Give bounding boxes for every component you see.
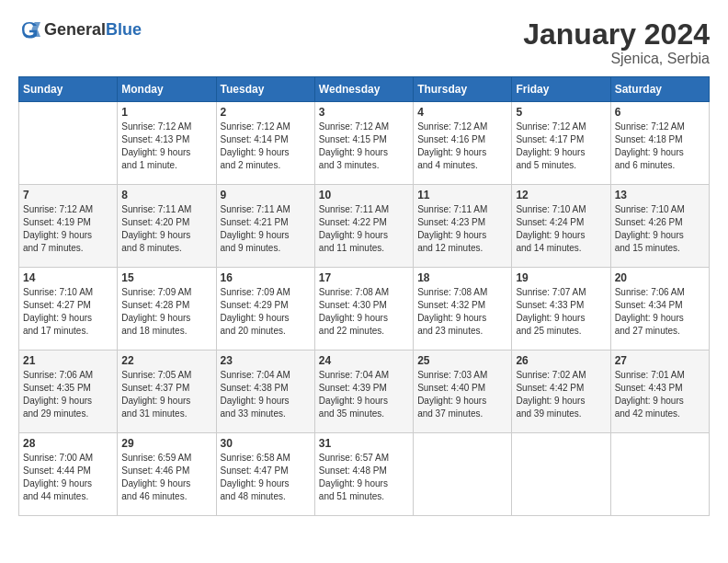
day-number: 18	[417, 271, 507, 284]
cell-content: Sunrise: 7:11 AM Sunset: 4:23 PM Dayligh…	[417, 203, 507, 255]
day-number: 29	[121, 437, 211, 450]
calendar-cell: 26Sunrise: 7:02 AM Sunset: 4:42 PM Dayli…	[512, 350, 610, 433]
day-number: 5	[516, 106, 606, 119]
calendar-cell: 11Sunrise: 7:11 AM Sunset: 4:23 PM Dayli…	[414, 185, 512, 268]
calendar-week-row: 28Sunrise: 7:00 AM Sunset: 4:44 PM Dayli…	[19, 433, 710, 516]
cell-content: Sunrise: 7:10 AM Sunset: 4:26 PM Dayligh…	[615, 203, 705, 255]
cell-content: Sunrise: 7:01 AM Sunset: 4:43 PM Dayligh…	[615, 369, 705, 420]
day-number: 20	[615, 271, 705, 284]
cell-content: Sunrise: 7:04 AM Sunset: 4:38 PM Dayligh…	[221, 369, 311, 420]
cell-content: Sunrise: 7:02 AM Sunset: 4:42 PM Dayligh…	[516, 369, 606, 420]
day-number: 4	[417, 106, 507, 119]
weekday-header: Sunday	[19, 77, 118, 102]
calendar-cell: 18Sunrise: 7:08 AM Sunset: 4:32 PM Dayli…	[414, 268, 512, 350]
calendar-cell: 28Sunrise: 7:00 AM Sunset: 4:44 PM Dayli…	[19, 433, 118, 516]
calendar-cell: 8Sunrise: 7:11 AM Sunset: 4:20 PM Daylig…	[118, 185, 216, 268]
calendar-cell	[414, 433, 512, 516]
calendar-cell: 12Sunrise: 7:10 AM Sunset: 4:24 PM Dayli…	[512, 185, 610, 268]
logo-icon	[18, 18, 40, 40]
day-number: 28	[23, 437, 113, 450]
weekday-header: Monday	[118, 77, 216, 102]
day-number: 21	[23, 354, 113, 367]
calendar-cell: 22Sunrise: 7:05 AM Sunset: 4:37 PM Dayli…	[118, 350, 216, 433]
cell-content: Sunrise: 7:12 AM Sunset: 4:15 PM Dayligh…	[319, 121, 409, 172]
calendar-week-row: 21Sunrise: 7:06 AM Sunset: 4:35 PM Dayli…	[19, 350, 710, 433]
calendar-cell: 30Sunrise: 6:58 AM Sunset: 4:47 PM Dayli…	[216, 433, 314, 516]
calendar-cell: 19Sunrise: 7:07 AM Sunset: 4:33 PM Dayli…	[512, 268, 610, 350]
day-number: 15	[121, 271, 211, 284]
calendar-cell: 10Sunrise: 7:11 AM Sunset: 4:22 PM Dayli…	[314, 185, 413, 268]
cell-content: Sunrise: 6:57 AM Sunset: 4:48 PM Dayligh…	[319, 452, 409, 503]
cell-content: Sunrise: 7:12 AM Sunset: 4:18 PM Dayligh…	[615, 121, 705, 172]
day-number: 26	[516, 354, 606, 367]
cell-content: Sunrise: 7:03 AM Sunset: 4:40 PM Dayligh…	[417, 369, 507, 420]
calendar-cell: 27Sunrise: 7:01 AM Sunset: 4:43 PM Dayli…	[610, 350, 709, 433]
calendar-cell: 7Sunrise: 7:12 AM Sunset: 4:19 PM Daylig…	[19, 185, 118, 268]
cell-content: Sunrise: 7:11 AM Sunset: 4:22 PM Dayligh…	[319, 203, 409, 255]
cell-content: Sunrise: 7:10 AM Sunset: 4:27 PM Dayligh…	[23, 286, 113, 338]
day-number: 9	[221, 189, 311, 201]
cell-content: Sunrise: 7:10 AM Sunset: 4:24 PM Dayligh…	[516, 203, 606, 255]
calendar-cell	[512, 433, 610, 516]
cell-content: Sunrise: 7:07 AM Sunset: 4:33 PM Dayligh…	[516, 286, 606, 338]
cell-content: Sunrise: 7:08 AM Sunset: 4:30 PM Dayligh…	[319, 286, 409, 338]
calendar-cell: 1Sunrise: 7:12 AM Sunset: 4:13 PM Daylig…	[118, 102, 216, 185]
day-number: 16	[221, 271, 311, 284]
weekday-header: Thursday	[414, 77, 512, 102]
calendar-cell	[19, 102, 118, 185]
weekday-header: Friday	[512, 77, 610, 102]
calendar-cell: 14Sunrise: 7:10 AM Sunset: 4:27 PM Dayli…	[19, 268, 118, 350]
day-number: 31	[319, 437, 409, 450]
day-number: 2	[221, 106, 311, 119]
cell-content: Sunrise: 7:11 AM Sunset: 4:21 PM Dayligh…	[221, 203, 311, 255]
cell-content: Sunrise: 6:58 AM Sunset: 4:47 PM Dayligh…	[221, 452, 311, 503]
cell-content: Sunrise: 7:12 AM Sunset: 4:16 PM Dayligh…	[417, 121, 507, 172]
day-number: 25	[417, 354, 507, 367]
calendar-cell: 25Sunrise: 7:03 AM Sunset: 4:40 PM Dayli…	[414, 350, 512, 433]
day-number: 23	[221, 354, 311, 367]
cell-content: Sunrise: 7:04 AM Sunset: 4:39 PM Dayligh…	[319, 369, 409, 420]
calendar-week-row: 7Sunrise: 7:12 AM Sunset: 4:19 PM Daylig…	[19, 185, 710, 268]
cell-content: Sunrise: 7:09 AM Sunset: 4:28 PM Dayligh…	[121, 286, 211, 338]
cell-content: Sunrise: 7:05 AM Sunset: 4:37 PM Dayligh…	[121, 369, 211, 420]
calendar-cell: 15Sunrise: 7:09 AM Sunset: 4:28 PM Dayli…	[118, 268, 216, 350]
day-number: 8	[121, 189, 211, 201]
calendar-cell: 29Sunrise: 6:59 AM Sunset: 4:46 PM Dayli…	[118, 433, 216, 516]
calendar-cell: 23Sunrise: 7:04 AM Sunset: 4:38 PM Dayli…	[216, 350, 314, 433]
calendar-cell: 13Sunrise: 7:10 AM Sunset: 4:26 PM Dayli…	[610, 185, 709, 268]
calendar-cell: 16Sunrise: 7:09 AM Sunset: 4:29 PM Dayli…	[216, 268, 314, 350]
day-number: 30	[221, 437, 311, 450]
day-number: 6	[615, 106, 705, 119]
calendar-cell: 2Sunrise: 7:12 AM Sunset: 4:14 PM Daylig…	[216, 102, 314, 185]
cell-content: Sunrise: 7:06 AM Sunset: 4:34 PM Dayligh…	[615, 286, 705, 338]
calendar-cell: 9Sunrise: 7:11 AM Sunset: 4:21 PM Daylig…	[216, 185, 314, 268]
calendar-cell: 4Sunrise: 7:12 AM Sunset: 4:16 PM Daylig…	[414, 102, 512, 185]
cell-content: Sunrise: 7:11 AM Sunset: 4:20 PM Dayligh…	[121, 203, 211, 255]
calendar-cell: 24Sunrise: 7:04 AM Sunset: 4:39 PM Dayli…	[314, 350, 413, 433]
cell-content: Sunrise: 7:00 AM Sunset: 4:44 PM Dayligh…	[23, 452, 113, 503]
calendar-cell	[610, 433, 709, 516]
cell-content: Sunrise: 7:09 AM Sunset: 4:29 PM Dayligh…	[221, 286, 311, 338]
weekday-header: Wednesday	[314, 77, 413, 102]
cell-content: Sunrise: 7:12 AM Sunset: 4:17 PM Dayligh…	[516, 121, 606, 172]
calendar-cell: 3Sunrise: 7:12 AM Sunset: 4:15 PM Daylig…	[314, 102, 413, 185]
calendar-cell: 17Sunrise: 7:08 AM Sunset: 4:30 PM Dayli…	[314, 268, 413, 350]
day-number: 24	[319, 354, 409, 367]
day-number: 3	[319, 106, 409, 119]
location-title: Sjenica, Serbia	[523, 51, 710, 67]
day-number: 10	[319, 189, 409, 201]
weekday-header: Tuesday	[216, 77, 314, 102]
title-block: January 2024 Sjenica, Serbia	[523, 18, 710, 67]
cell-content: Sunrise: 7:08 AM Sunset: 4:32 PM Dayligh…	[417, 286, 507, 338]
day-number: 17	[319, 271, 409, 284]
day-number: 14	[23, 271, 113, 284]
day-number: 22	[121, 354, 211, 367]
weekday-header: Saturday	[610, 77, 709, 102]
weekday-header-row: SundayMondayTuesdayWednesdayThursdayFrid…	[19, 77, 710, 102]
calendar-cell: 20Sunrise: 7:06 AM Sunset: 4:34 PM Dayli…	[610, 268, 709, 350]
calendar-week-row: 1Sunrise: 7:12 AM Sunset: 4:13 PM Daylig…	[19, 102, 710, 185]
day-number: 27	[615, 354, 705, 367]
logo: GeneralBlue	[18, 18, 142, 40]
day-number: 7	[23, 189, 113, 201]
calendar-cell: 31Sunrise: 6:57 AM Sunset: 4:48 PM Dayli…	[314, 433, 413, 516]
